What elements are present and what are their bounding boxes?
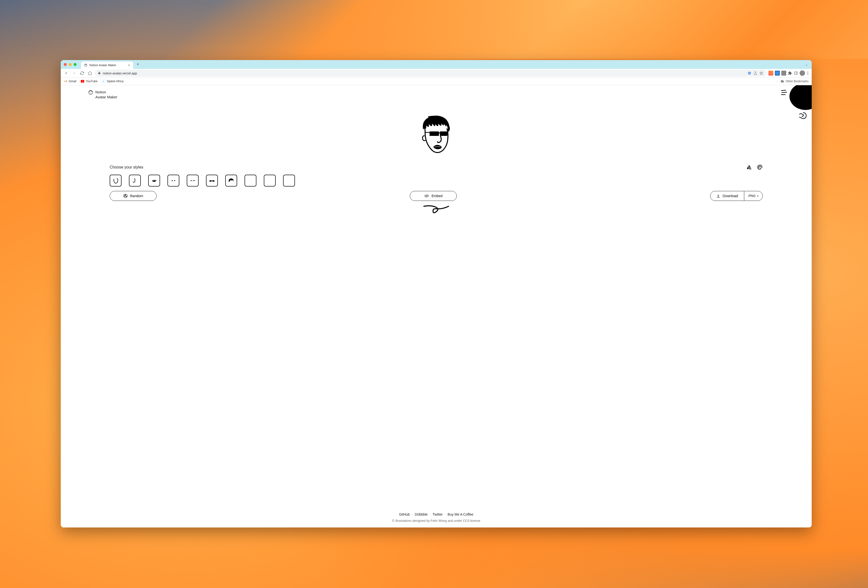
address-bar[interactable]: notion-avatar.vercel.app G — [95, 69, 766, 77]
tile-nose[interactable] — [129, 175, 141, 186]
tile-background[interactable] — [283, 175, 295, 186]
window-controls — [64, 63, 77, 66]
browser-tab[interactable]: Notion Avatar Maker × — [81, 62, 133, 69]
other-bookmarks-label: Other Bookmarks — [785, 80, 809, 83]
side-panel-icon[interactable] — [794, 71, 798, 75]
home-button[interactable] — [87, 70, 93, 76]
browser-window: Notion Avatar Maker × + ⌄ notion-avatar.… — [61, 60, 812, 527]
footer-link-github[interactable]: GitHub — [399, 513, 410, 516]
random-button[interactable]: Random — [110, 191, 156, 201]
profile-avatar[interactable] — [800, 70, 805, 76]
share-icon[interactable] — [753, 71, 757, 75]
forward-button[interactable] — [71, 70, 77, 76]
reload-button[interactable] — [79, 70, 85, 76]
tile-eyes[interactable] — [167, 175, 179, 186]
download-label: Download — [723, 194, 738, 198]
styles-section: Choose your styles — [110, 164, 763, 186]
tabs-dropdown-button[interactable]: ⌄ — [804, 62, 809, 67]
dice-icon — [123, 194, 128, 198]
download-button[interactable]: Download — [710, 191, 744, 201]
other-bookmarks-button[interactable]: Other Bookmarks — [777, 80, 809, 83]
flip-icon — [746, 164, 752, 170]
embed-label: Embed — [431, 194, 442, 198]
bookmark-label: YouTube — [86, 80, 97, 83]
svg-point-20 — [760, 166, 761, 167]
format-dropdown[interactable]: .PNG — [744, 191, 763, 201]
svg-point-2 — [86, 65, 86, 65]
svg-point-22 — [172, 180, 173, 181]
svg-point-1 — [85, 65, 86, 65]
favicon-icon — [84, 64, 87, 67]
bookmark-spleet[interactable]: T Spleet Africa — [102, 80, 123, 83]
page-footer: GitHub · Dribbble · Twitter · Buy Me A C… — [61, 513, 812, 523]
logo-icon — [88, 90, 93, 95]
palette-icon — [757, 164, 763, 170]
styles-title: Choose your styles — [110, 165, 143, 170]
brand-line2: Avatar Maker — [95, 95, 117, 100]
minimize-window-button[interactable] — [69, 63, 72, 66]
url-text: notion-avatar.vercel.app — [103, 71, 137, 75]
bookmark-youtube[interactable]: YouTube — [81, 80, 97, 83]
browser-toolbar: notion-avatar.vercel.app G — [61, 69, 812, 78]
close-window-button[interactable] — [64, 63, 67, 66]
eyebrows-icon — [189, 177, 196, 184]
footer-link-dribbble[interactable]: Dribbble — [415, 513, 428, 516]
svg-point-19 — [759, 166, 760, 166]
svg-point-26 — [126, 196, 127, 196]
nose-icon — [131, 177, 139, 184]
svg-point-18 — [758, 167, 759, 167]
bookmark-label: Spleet Africa — [107, 80, 123, 83]
page-header: Notion Avatar Maker — [88, 90, 117, 100]
tile-mouth[interactable] — [148, 175, 160, 186]
download-icon — [716, 194, 720, 198]
tile-eyebrows[interactable] — [187, 175, 199, 186]
extensions-puzzle-icon[interactable] — [788, 71, 792, 75]
star-icon[interactable] — [759, 71, 763, 75]
random-label: Random — [130, 194, 143, 198]
flip-button[interactable] — [746, 164, 752, 170]
google-icon[interactable]: G — [747, 71, 752, 75]
spiral-icon — [799, 112, 807, 119]
embed-button[interactable]: Embed — [410, 191, 457, 201]
tile-face[interactable] — [110, 175, 121, 186]
tab-bar: Notion Avatar Maker × + ⌄ — [61, 60, 812, 69]
svg-point-21 — [759, 167, 759, 168]
new-tab-button[interactable]: + — [135, 62, 141, 67]
tile-facial-hair[interactable] — [264, 175, 276, 186]
browser-menu-button[interactable] — [806, 71, 809, 76]
svg-rect-6 — [794, 72, 797, 75]
svg-rect-15 — [440, 131, 447, 136]
page-content: Notion Avatar Maker — [61, 85, 812, 527]
extension-icon[interactable] — [781, 71, 786, 75]
glasses-icon — [208, 177, 216, 184]
palette-button[interactable] — [757, 164, 763, 170]
bookmarks-bar: Gmail YouTube T Spleet Africa Other Book… — [61, 78, 812, 85]
extension-icon[interactable] — [768, 71, 774, 75]
style-tiles — [110, 175, 763, 186]
hair-icon — [227, 177, 235, 184]
bookmark-label: Gmail — [69, 80, 76, 83]
tile-glasses[interactable] — [206, 175, 218, 186]
tile-accessory[interactable] — [245, 175, 256, 186]
chevron-down-icon — [757, 195, 759, 197]
lock-icon — [98, 71, 101, 75]
footer-link-coffee[interactable]: Buy Me A Coffee — [447, 513, 473, 516]
tile-hair[interactable] — [225, 175, 237, 186]
extension-icon[interactable] — [775, 71, 780, 75]
eyes-icon — [170, 177, 177, 184]
close-tab-button[interactable]: × — [128, 63, 130, 67]
brand-line1: Notion — [95, 90, 117, 95]
download-button-group: Download .PNG — [710, 191, 763, 201]
svg-text:G: G — [748, 72, 750, 74]
action-row: Random Embed Download .PNG — [110, 191, 763, 201]
maximize-window-button[interactable] — [74, 63, 77, 66]
back-button[interactable] — [63, 70, 69, 76]
footer-link-twitter[interactable]: Twitter — [433, 513, 443, 516]
bookmark-gmail[interactable]: Gmail — [64, 80, 76, 83]
svg-point-27 — [125, 195, 126, 195]
footer-links: GitHub · Dribbble · Twitter · Buy Me A C… — [61, 513, 812, 516]
spleet-icon: T — [102, 80, 105, 83]
svg-marker-5 — [760, 72, 763, 74]
squiggle-decoration — [423, 204, 450, 216]
svg-point-23 — [174, 180, 175, 181]
